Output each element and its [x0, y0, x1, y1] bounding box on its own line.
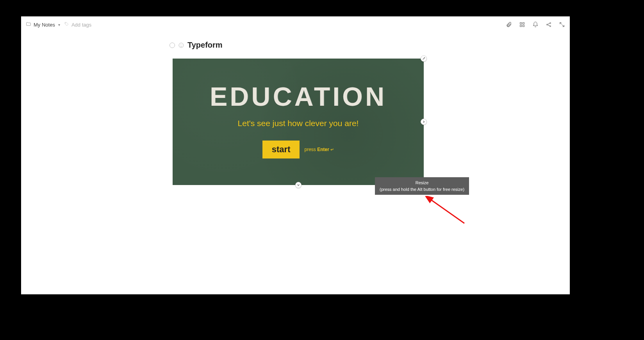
attachment-icon[interactable] — [506, 21, 512, 28]
topbar: My Notes ▾ Add tags — [21, 16, 570, 33]
tag-icon — [64, 21, 69, 28]
chevron-down-icon: ▾ — [58, 23, 60, 27]
folder-icon — [26, 21, 31, 28]
svg-line-11 — [430, 199, 464, 223]
topbar-left: My Notes ▾ Add tags — [26, 21, 91, 28]
tooltip-title: Resize — [380, 180, 464, 186]
svg-point-5 — [547, 24, 548, 25]
start-button[interactable]: start — [262, 141, 300, 158]
title-row: Typeform — [169, 41, 554, 50]
expand-icon[interactable] — [559, 21, 565, 28]
svg-rect-2 — [523, 23, 524, 24]
svg-point-8 — [179, 43, 184, 48]
emoji-picker-icon[interactable] — [178, 42, 184, 48]
annotation-arrow — [425, 196, 472, 231]
svg-rect-4 — [523, 25, 524, 27]
folder-selector[interactable]: My Notes ▾ — [26, 21, 60, 28]
folder-label: My Notes — [34, 22, 55, 28]
note-page: My Notes ▾ Add tags — [21, 16, 570, 294]
embed-subtitle: Let's see just how clever you are! — [238, 119, 359, 128]
embed-heading: EDUCATION — [210, 81, 387, 112]
resize-handle-right[interactable] — [421, 119, 427, 125]
svg-point-0 — [65, 23, 66, 23]
tooltip-subtitle: (press and hold the Alt button for free … — [380, 186, 464, 193]
task-checkbox[interactable] — [169, 43, 175, 48]
svg-rect-3 — [520, 25, 522, 27]
enter-key-icon: ↵ — [330, 147, 334, 152]
topbar-right — [506, 21, 565, 28]
note-title[interactable]: Typeform — [187, 41, 223, 50]
share-icon[interactable] — [546, 21, 552, 28]
hint-key: Enter — [317, 147, 329, 152]
add-tags-label: Add tags — [71, 22, 91, 28]
resize-handle-bottom[interactable] — [295, 182, 301, 188]
resize-tooltip: Resize (press and hold the Alt button fo… — [375, 177, 469, 195]
start-row: start press Enter ↵ — [262, 141, 334, 158]
svg-point-7 — [550, 26, 551, 27]
svg-point-6 — [550, 23, 551, 24]
press-enter-hint: press Enter ↵ — [304, 147, 334, 152]
add-tags-button[interactable]: Add tags — [64, 21, 91, 28]
bell-icon[interactable] — [532, 21, 539, 28]
resize-handle-top-right[interactable] — [421, 55, 427, 62]
decorative-border-top — [0, 0, 644, 12]
typeform-embed[interactable]: EDUCATION Let's see just how clever you … — [173, 59, 424, 185]
grid-icon[interactable] — [519, 21, 525, 28]
svg-point-9 — [180, 45, 181, 45]
decorative-border-bottom — [0, 328, 644, 340]
note-content: Typeform EDUCATION Let's see just how cl… — [21, 33, 570, 57]
svg-point-10 — [182, 45, 182, 45]
hint-prefix: press — [304, 147, 317, 152]
embed-container[interactable]: EDUCATION Let's see just how clever you … — [173, 59, 424, 185]
svg-rect-1 — [520, 23, 522, 24]
